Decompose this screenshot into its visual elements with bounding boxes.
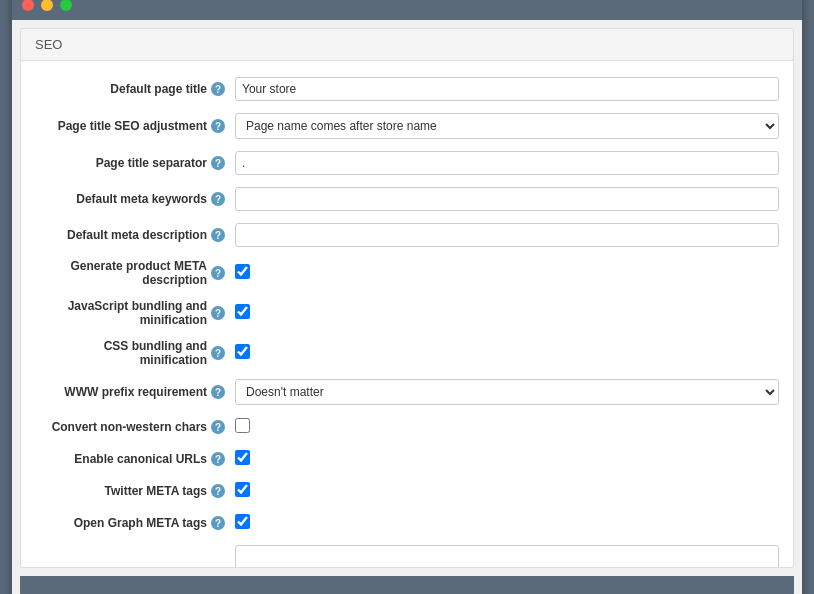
checkbox-convert-non-western-chars[interactable] bbox=[235, 418, 250, 433]
label-default-page-title: Default page title? bbox=[35, 82, 235, 96]
input-default-page-title[interactable] bbox=[235, 77, 779, 101]
form-body: Default page title?Page title SEO adjust… bbox=[21, 61, 793, 568]
label-javascript-bundling-minification: JavaScript bundling and minification? bbox=[35, 299, 235, 327]
label-page-title-separator: Page title separator? bbox=[35, 156, 235, 170]
form-row: Default meta keywords? bbox=[21, 181, 793, 217]
app-window: SEO Default page title?Page title SEO ad… bbox=[12, 0, 802, 594]
control-custom-head-tag bbox=[235, 545, 779, 568]
minimize-button[interactable] bbox=[41, 0, 53, 11]
checkbox-javascript-bundling-minification[interactable] bbox=[235, 304, 250, 319]
input-default-meta-description[interactable] bbox=[235, 223, 779, 247]
label-text-twitter-meta-tags: Twitter META tags bbox=[105, 484, 207, 498]
checkbox-generate-product-meta-description[interactable] bbox=[235, 264, 250, 279]
control-open-graph-meta-tags bbox=[235, 514, 779, 532]
select-www-prefix-requirement[interactable]: Doesn't matterRequiredNot required bbox=[235, 379, 779, 405]
form-row: JavaScript bundling and minification? bbox=[21, 293, 793, 333]
form-row: Default page title? bbox=[21, 71, 793, 107]
label-twitter-meta-tags: Twitter META tags? bbox=[35, 484, 235, 498]
checkbox-twitter-meta-tags[interactable] bbox=[235, 482, 250, 497]
form-row: Twitter META tags? bbox=[21, 475, 793, 507]
bottombar bbox=[20, 576, 794, 594]
label-text-www-prefix-requirement: WWW prefix requirement bbox=[64, 385, 207, 399]
close-button[interactable] bbox=[22, 0, 34, 11]
form-row: Default meta description? bbox=[21, 217, 793, 253]
label-default-meta-description: Default meta description? bbox=[35, 228, 235, 242]
help-icon-www-prefix-requirement[interactable]: ? bbox=[211, 385, 225, 399]
titlebar bbox=[12, 0, 802, 20]
label-text-page-title-separator: Page title separator bbox=[96, 156, 207, 170]
label-text-css-bundling-minification: CSS bundling and minification bbox=[35, 339, 207, 367]
input-default-meta-keywords[interactable] bbox=[235, 187, 779, 211]
help-icon-javascript-bundling-minification[interactable]: ? bbox=[211, 306, 225, 320]
label-text-javascript-bundling-minification: JavaScript bundling and minification bbox=[35, 299, 207, 327]
control-default-meta-keywords bbox=[235, 187, 779, 211]
help-icon-twitter-meta-tags[interactable]: ? bbox=[211, 484, 225, 498]
control-page-title-separator bbox=[235, 151, 779, 175]
form-row: WWW prefix requirement?Doesn't matterReq… bbox=[21, 373, 793, 411]
label-open-graph-meta-tags: Open Graph META tags? bbox=[35, 516, 235, 530]
label-generate-product-meta-description: Generate product META description? bbox=[35, 259, 235, 287]
help-icon-convert-non-western-chars[interactable]: ? bbox=[211, 420, 225, 434]
help-icon-open-graph-meta-tags[interactable]: ? bbox=[211, 516, 225, 530]
label-text-generate-product-meta-description: Generate product META description bbox=[35, 259, 207, 287]
label-text-default-meta-keywords: Default meta keywords bbox=[76, 192, 207, 206]
label-page-title-seo-adjustment: Page title SEO adjustment? bbox=[35, 119, 235, 133]
label-text-open-graph-meta-tags: Open Graph META tags bbox=[74, 516, 207, 530]
form-row: Page title separator? bbox=[21, 145, 793, 181]
checkbox-open-graph-meta-tags[interactable] bbox=[235, 514, 250, 529]
control-convert-non-western-chars bbox=[235, 418, 779, 436]
label-www-prefix-requirement: WWW prefix requirement? bbox=[35, 385, 235, 399]
control-css-bundling-minification bbox=[235, 344, 779, 362]
control-page-title-seo-adjustment: Page name comes after store nameStore na… bbox=[235, 113, 779, 139]
form-row: Convert non-western chars? bbox=[21, 411, 793, 443]
label-text-enable-canonical-urls: Enable canonical URLs bbox=[74, 452, 207, 466]
form-row: Generate product META description? bbox=[21, 253, 793, 293]
select-page-title-seo-adjustment[interactable]: Page name comes after store nameStore na… bbox=[235, 113, 779, 139]
label-text-default-page-title: Default page title bbox=[110, 82, 207, 96]
label-text-convert-non-western-chars: Convert non-western chars bbox=[52, 420, 207, 434]
checkbox-enable-canonical-urls[interactable] bbox=[235, 450, 250, 465]
label-text-page-title-seo-adjustment: Page title SEO adjustment bbox=[58, 119, 207, 133]
help-icon-enable-canonical-urls[interactable]: ? bbox=[211, 452, 225, 466]
help-icon-css-bundling-minification[interactable]: ? bbox=[211, 346, 225, 360]
label-convert-non-western-chars: Convert non-western chars? bbox=[35, 420, 235, 434]
control-generate-product-meta-description bbox=[235, 264, 779, 282]
control-enable-canonical-urls bbox=[235, 450, 779, 468]
section-label: SEO bbox=[35, 37, 62, 52]
help-icon-default-meta-description[interactable]: ? bbox=[211, 228, 225, 242]
textarea-custom-head-tag[interactable] bbox=[235, 545, 779, 568]
checkbox-css-bundling-minification[interactable] bbox=[235, 344, 250, 359]
help-icon-page-title-seo-adjustment[interactable]: ? bbox=[211, 119, 225, 133]
control-default-meta-description bbox=[235, 223, 779, 247]
input-page-title-separator[interactable] bbox=[235, 151, 779, 175]
help-icon-page-title-separator[interactable]: ? bbox=[211, 156, 225, 170]
control-twitter-meta-tags bbox=[235, 482, 779, 500]
form-row: Page title SEO adjustment?Page name come… bbox=[21, 107, 793, 145]
help-icon-generate-product-meta-description[interactable]: ? bbox=[211, 266, 225, 280]
section-header: SEO bbox=[21, 29, 793, 61]
label-default-meta-keywords: Default meta keywords? bbox=[35, 192, 235, 206]
help-icon-default-meta-keywords[interactable]: ? bbox=[211, 192, 225, 206]
label-text-default-meta-description: Default meta description bbox=[67, 228, 207, 242]
control-www-prefix-requirement: Doesn't matterRequiredNot required bbox=[235, 379, 779, 405]
form-row: Open Graph META tags? bbox=[21, 507, 793, 539]
maximize-button[interactable] bbox=[60, 0, 72, 11]
main-content: SEO Default page title?Page title SEO ad… bbox=[20, 28, 794, 568]
control-default-page-title bbox=[235, 77, 779, 101]
control-javascript-bundling-minification bbox=[235, 304, 779, 322]
form-row: Custom <head> tag? bbox=[21, 539, 793, 568]
label-css-bundling-minification: CSS bundling and minification? bbox=[35, 339, 235, 367]
form-row: CSS bundling and minification? bbox=[21, 333, 793, 373]
label-enable-canonical-urls: Enable canonical URLs? bbox=[35, 452, 235, 466]
help-icon-default-page-title[interactable]: ? bbox=[211, 82, 225, 96]
form-row: Enable canonical URLs? bbox=[21, 443, 793, 475]
